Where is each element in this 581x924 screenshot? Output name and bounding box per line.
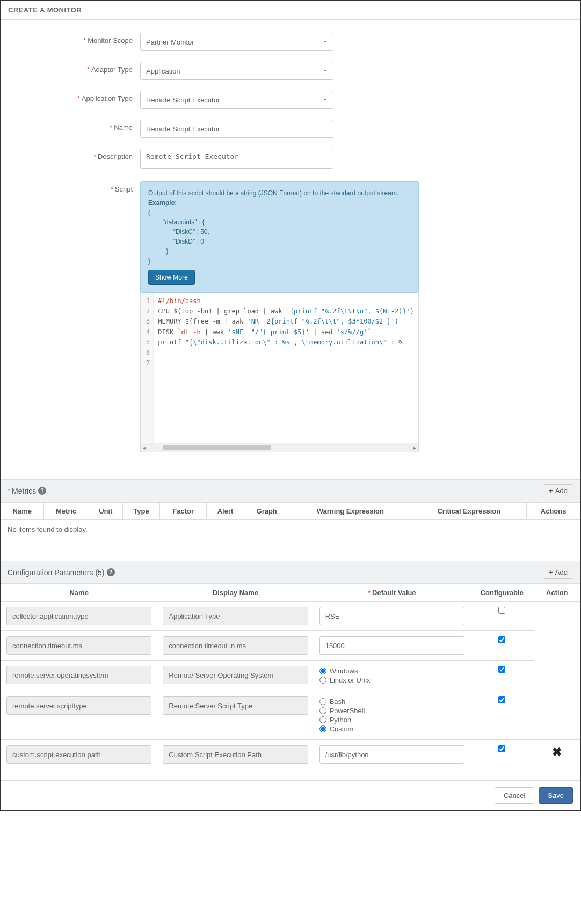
metrics-col: Graph — [244, 503, 289, 520]
param-configurable-checkbox[interactable] — [498, 666, 505, 673]
param-configurable-checkbox[interactable] — [498, 636, 505, 643]
radio-label: Bash — [330, 698, 346, 706]
metrics-col: Name — [1, 503, 44, 520]
description-input[interactable]: Remote Script Executor — [140, 149, 333, 169]
param-display-input — [163, 745, 308, 764]
script-example-label: Example: — [148, 198, 411, 208]
param-radio-option[interactable]: Linux or Unix — [319, 676, 464, 684]
config-col-display: Display Name — [157, 584, 314, 602]
script-hscrollbar[interactable]: ◄ ► — [141, 443, 418, 452]
adaptor-type-label: *Adaptor Type — [11, 62, 140, 74]
param-name-input — [6, 666, 151, 684]
param-radio-option[interactable]: Custom — [319, 725, 464, 733]
adaptor-type-select[interactable]: Application — [140, 62, 333, 80]
monitor-scope-label: *Monitor Scope — [11, 33, 140, 45]
radio-input[interactable] — [319, 668, 326, 674]
config-col-default: *Default Value — [314, 584, 470, 602]
remove-icon[interactable]: ✖ — [540, 745, 575, 759]
config-row: WindowsLinux or Unix — [1, 661, 580, 691]
param-value-input[interactable] — [319, 636, 464, 655]
description-label: *Description — [11, 149, 140, 160]
monitor-scope-select[interactable]: Partner Monitor — [140, 33, 333, 51]
param-name-input — [6, 745, 151, 764]
param-configurable-checkbox[interactable] — [498, 696, 505, 703]
config-row: BashPowerShellPythonCustom — [1, 691, 580, 740]
help-icon[interactable]: ? — [107, 568, 115, 576]
page-title: CREATE A MONITOR — [1, 1, 580, 20]
radio-input[interactable] — [319, 698, 326, 705]
application-type-select[interactable]: Remote Script Executor — [140, 91, 333, 109]
param-display-input — [163, 696, 308, 715]
metrics-col: Unit — [89, 503, 122, 520]
param-display-input — [163, 666, 308, 684]
config-section-header: Configuration Parameters (5) ? +Add — [1, 561, 580, 584]
radio-input[interactable] — [319, 725, 326, 732]
config-table: Name Display Name *Default Value Configu… — [1, 584, 580, 769]
config-add-button[interactable]: +Add — [543, 566, 573, 579]
metrics-section-header: * Metrics ? +Add — [1, 479, 580, 502]
metrics-col: Actions — [527, 503, 580, 520]
save-button[interactable]: Save — [539, 787, 573, 804]
param-radio-option[interactable]: Bash — [319, 698, 464, 706]
param-radio-option[interactable]: Windows — [319, 667, 464, 675]
metrics-col: Critical Expression — [411, 503, 527, 520]
param-name-input — [6, 607, 151, 625]
metrics-col: Type — [122, 503, 160, 520]
radio-label: Python — [330, 716, 351, 724]
radio-label: Custom — [330, 725, 354, 733]
radio-input[interactable] — [319, 707, 326, 714]
metrics-add-button[interactable]: +Add — [543, 484, 573, 497]
radio-label: PowerShell — [330, 707, 365, 715]
show-more-button[interactable]: Show More — [148, 270, 195, 285]
script-code[interactable]: #!/bin/bashCPU=$(top -bn1 | grep load | … — [154, 293, 418, 443]
help-icon[interactable]: ? — [38, 487, 46, 495]
radio-input[interactable] — [319, 677, 326, 684]
param-value-input[interactable] — [319, 607, 464, 625]
config-row — [1, 602, 580, 631]
config-col-name: Name — [1, 584, 157, 602]
metrics-col: Warning Expression — [289, 503, 411, 520]
config-row — [1, 631, 580, 661]
param-configurable-checkbox[interactable] — [498, 607, 505, 614]
script-info-box: Output of this script should be a string… — [140, 181, 419, 293]
config-col-action: Action — [534, 584, 580, 602]
script-gutter: 1234567 — [141, 293, 154, 443]
cancel-button[interactable]: Cancel — [495, 787, 534, 804]
radio-input[interactable] — [319, 716, 326, 723]
metrics-col: Factor — [160, 503, 207, 520]
script-info-intro: Output of this script should be a string… — [148, 188, 411, 198]
name-input[interactable] — [140, 120, 333, 138]
param-name-input — [6, 636, 151, 655]
param-configurable-checkbox[interactable] — [498, 745, 505, 752]
radio-label: Linux or Unix — [330, 676, 371, 684]
script-example-text: { "datapoints" : { "DiskC" : 50, "DiskD"… — [148, 208, 411, 266]
script-editor[interactable]: 1234567 #!/bin/bashCPU=$(top -bn1 | grep… — [140, 293, 419, 452]
param-value-input[interactable] — [319, 745, 464, 764]
param-display-input — [163, 607, 308, 625]
config-title: Configuration Parameters (5) — [8, 568, 105, 577]
param-name-input — [6, 696, 151, 715]
metrics-title: Metrics — [12, 487, 36, 495]
metrics-table: NameMetricUnitTypeFactorAlertGraphWarnin… — [1, 502, 580, 539]
config-col-configurable: Configurable — [470, 584, 534, 602]
param-radio-option[interactable]: Python — [319, 716, 464, 724]
radio-label: Windows — [330, 667, 358, 675]
config-row: ✖ — [1, 740, 580, 769]
param-radio-option[interactable]: PowerShell — [319, 707, 464, 715]
script-label: *Script — [11, 181, 140, 193]
metrics-col: Metric — [43, 503, 89, 520]
application-type-label: *Application Type — [11, 91, 140, 102]
metrics-col: Alert — [207, 503, 244, 520]
param-display-input — [163, 636, 308, 655]
metrics-empty-text: No items found to display. — [1, 520, 580, 539]
name-label: *Name — [11, 120, 140, 131]
script-hscroll-thumb[interactable] — [163, 445, 271, 450]
